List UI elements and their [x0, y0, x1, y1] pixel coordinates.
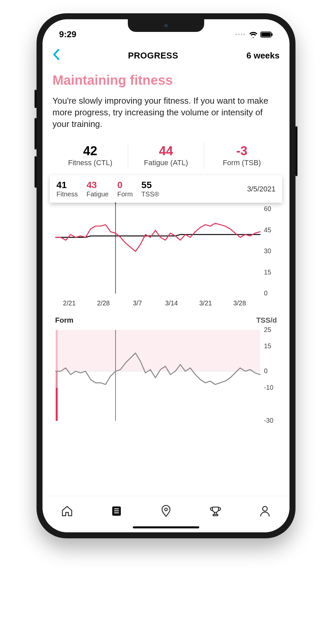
svg-text:60: 60: [264, 205, 271, 213]
phone-frame: 9:29 PROGRESS 6 weeks Maintaining fitnes…: [37, 13, 295, 538]
svg-text:15: 15: [264, 268, 271, 276]
form-chart-header: Form TSS/d: [52, 310, 280, 327]
svg-rect-28: [114, 510, 119, 511]
svg-text:3/14: 3/14: [165, 299, 178, 307]
tooltip-form: 0 Form: [117, 180, 133, 198]
nav-bar: PROGRESS 6 weeks: [42, 43, 290, 65]
tab-home[interactable]: [60, 504, 74, 518]
screen: 9:29 PROGRESS 6 weeks Maintaining fitnes…: [42, 19, 290, 532]
svg-rect-1: [261, 33, 271, 37]
metric-fitness: 42 Fitness (CTL): [52, 143, 128, 169]
svg-rect-17: [56, 371, 58, 388]
tooltip-fatigue: 43 Fatigue: [86, 180, 109, 198]
wifi-icon: [249, 31, 258, 38]
svg-rect-15: [56, 330, 260, 371]
notch: [128, 19, 204, 32]
svg-text:0: 0: [264, 367, 268, 375]
svg-text:-10: -10: [264, 383, 273, 391]
tooltip-date: 3/5/2021: [247, 185, 276, 193]
status-icons: [235, 31, 273, 38]
svg-text:30: 30: [264, 248, 271, 255]
chart-tooltip: 41 Fitness 43 Fatigue 0 Form 55 TSS® 3/5…: [50, 175, 282, 203]
page-title: PROGRESS: [128, 51, 178, 61]
tab-trophy[interactable]: [209, 504, 222, 518]
metric-fatigue: 44 Fatigue (ATL): [128, 143, 204, 169]
svg-text:3/7: 3/7: [133, 299, 142, 307]
status-headline: Maintaining fitness: [52, 73, 280, 88]
tab-profile[interactable]: [258, 504, 272, 518]
svg-text:25: 25: [264, 327, 271, 333]
svg-text:2/21: 2/21: [63, 299, 76, 307]
svg-rect-2: [272, 33, 273, 36]
svg-text:3/21: 3/21: [199, 299, 212, 307]
status-description: You're slowly improving your fitness. If…: [52, 95, 280, 130]
svg-rect-18: [56, 388, 58, 421]
svg-text:-30: -30: [264, 417, 273, 424]
back-button[interactable]: [52, 49, 60, 62]
svg-text:0: 0: [264, 290, 268, 297]
svg-point-30: [165, 508, 167, 511]
svg-rect-27: [114, 508, 119, 509]
fitness-chart[interactable]: 0153045602/212/283/73/143/213/28: [52, 203, 280, 310]
svg-text:2/28: 2/28: [97, 299, 110, 307]
signal-dots-icon: [235, 34, 245, 35]
svg-text:15: 15: [264, 342, 271, 350]
svg-text:45: 45: [264, 226, 271, 234]
tab-progress[interactable]: [110, 504, 123, 518]
tooltip-tss: 55 TSS®: [141, 180, 159, 198]
metric-form: -3 Form (TSB): [204, 143, 280, 169]
svg-text:3/28: 3/28: [233, 299, 246, 307]
svg-rect-29: [114, 512, 119, 513]
status-time: 9:29: [59, 29, 76, 40]
tab-location[interactable]: [159, 504, 173, 518]
period-selector[interactable]: 6 weeks: [246, 51, 280, 61]
metrics-summary: 42 Fitness (CTL) 44 Fatigue (ATL) -3 For…: [52, 143, 280, 169]
svg-point-31: [263, 506, 267, 511]
svg-rect-16: [56, 330, 58, 371]
tooltip-fitness: 41 Fitness: [56, 180, 78, 198]
battery-icon: [260, 32, 273, 38]
home-indicator[interactable]: [133, 526, 199, 528]
form-chart[interactable]: -30-1001525: [52, 327, 280, 424]
